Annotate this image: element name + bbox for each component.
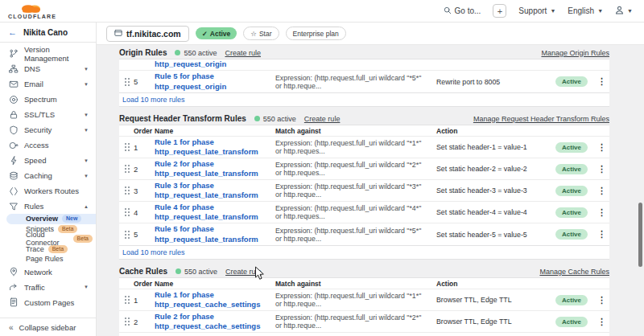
star-button[interactable]: ☆ Star xyxy=(243,27,279,40)
sidebar-item-access[interactable]: Access xyxy=(0,137,96,153)
rule-name-link[interactable]: Rule 5 for phasehttp_request_late_transf… xyxy=(155,224,275,244)
sidebar-item-label: Security xyxy=(24,125,52,134)
rule-name-link[interactable]: Rule 2 for phasehttp_request_late_transf… xyxy=(155,159,275,179)
drag-handle-icon[interactable] xyxy=(124,186,130,195)
rule-name-link[interactable]: Rule 1 for phasehttp_request_late_transf… xyxy=(155,137,275,158)
add-button[interactable]: + xyxy=(493,4,506,18)
chevron-up-icon: ▲ xyxy=(84,204,89,209)
table-header-row: OrderNameMatch againstAction xyxy=(119,278,609,289)
rule-name-link[interactable]: Rule 1 for phasehttp_request_cache_setti… xyxy=(155,290,275,310)
back-arrow-icon[interactable]: ← xyxy=(8,27,17,37)
table-row-partial xyxy=(119,333,609,336)
rule-name-link[interactable]: Rule 2 for phasehttp_request_cache_setti… xyxy=(155,312,275,332)
manage-rules-link[interactable]: Manage Cache Rules xyxy=(539,268,609,276)
plan-badge: Enterprise plan xyxy=(286,27,346,40)
sidebar-subitem-page-rules[interactable]: Page Rules xyxy=(6,254,96,264)
rule-name-link[interactable]: Rule 4 for phasehttp_request_late_transf… xyxy=(155,203,275,223)
row-menu-button[interactable]: ⋮ xyxy=(597,207,606,218)
column-header-action: Action xyxy=(436,280,555,288)
row-menu-button[interactable]: ⋮ xyxy=(597,164,606,174)
column-header-action: Action xyxy=(436,127,555,135)
sidebar-item-traffic[interactable]: Traffic▼ xyxy=(0,280,96,295)
chevron-down-icon: ▼ xyxy=(550,8,555,14)
collapse-sidebar-button[interactable]: « Collapse sidebar xyxy=(0,318,96,336)
top-bar: CLOUDFLARE Go to... + Support ▼ English … xyxy=(0,0,644,23)
drag-handle-icon[interactable] xyxy=(124,317,130,326)
sidebar-item-ssl-tls[interactable]: SSL/TLS▼ xyxy=(0,107,96,122)
sidebar-item-network[interactable]: Network xyxy=(0,264,96,280)
shield-icon xyxy=(9,125,19,135)
site-header: tf.nikitac.com ✓ Active ☆ Star Enterpris… xyxy=(97,23,644,45)
sidebar-item-version-management[interactable]: Version Management xyxy=(0,46,96,61)
drag-handle-icon[interactable] xyxy=(124,207,130,217)
drag-handle-icon[interactable] xyxy=(124,295,130,305)
table-row: 5Rule 5 for phasehttp_request_originExpr… xyxy=(119,71,609,92)
workers-icon xyxy=(9,186,19,196)
spectrum-icon xyxy=(9,95,19,104)
create-rule-link[interactable]: Create rule xyxy=(304,115,341,123)
rule-name-link[interactable]: Rule 3 for phasehttp_request_late_transf… xyxy=(155,181,275,201)
create-rule-link[interactable]: Create rule xyxy=(225,49,261,57)
sidebar-item-spectrum[interactable]: Spectrum xyxy=(0,92,96,107)
rule-action: Rewrite port to 8005 xyxy=(436,78,555,86)
sidebar-item-speed[interactable]: Speed▼ xyxy=(0,153,96,168)
rule-expression: Expression: (http.request.full_uri wildc… xyxy=(275,74,436,90)
chevron-down-icon: ▼ xyxy=(84,285,89,289)
active-count: 550 active xyxy=(175,49,217,57)
global-search[interactable]: Go to... xyxy=(444,6,481,16)
manage-rules-link[interactable]: Manage Origin Rules xyxy=(541,49,609,57)
sidebar-item-label: Traffic xyxy=(24,283,45,292)
sidebar-subitem-label: Trace xyxy=(26,245,44,253)
domain-selector[interactable]: tf.nikitac.com xyxy=(106,26,189,42)
active-dot-icon xyxy=(175,268,181,274)
create-rule-link[interactable]: Create rule xyxy=(225,268,262,276)
sidebar-item-custom-pages[interactable]: Custom Pages xyxy=(0,295,96,310)
email-icon xyxy=(9,80,19,89)
status-badge: Active xyxy=(555,164,588,174)
chevron-down-icon: ▼ xyxy=(84,174,89,178)
sidebar-item-label: Caching xyxy=(24,171,52,180)
language-menu[interactable]: English ▼ xyxy=(568,6,603,15)
sidebar-subitem-cloud-connector[interactable]: Cloud ConnectorBeta xyxy=(6,234,96,244)
sidebar-subitem-overview[interactable]: OverviewNew xyxy=(6,214,96,224)
vertical-scrollbar[interactable] xyxy=(638,203,642,267)
sidebar-subitem-trace[interactable]: TraceBeta xyxy=(6,244,96,255)
git-branch-icon xyxy=(9,49,19,59)
account-name: Nikita Cano xyxy=(23,28,68,37)
beta-badge: Beta xyxy=(73,235,93,243)
manage-rules-link[interactable]: Manage Request Header Transform Rules xyxy=(473,115,609,123)
section-head-origin-rules: Origin Rules550 activeCreate ruleManage … xyxy=(119,47,609,59)
dns-icon xyxy=(9,64,19,74)
load-more-rules-link[interactable]: Load 10 more rules xyxy=(119,93,609,107)
support-menu[interactable]: Support ▼ xyxy=(518,6,555,15)
sidebar-item-rules[interactable]: Rules▲ xyxy=(0,199,96,214)
chevron-down-icon: ▼ xyxy=(84,82,89,87)
rule-name-link[interactable]: Rule 5 for phasehttp_request_origin xyxy=(155,72,275,92)
chevron-down-icon: ▼ xyxy=(84,67,89,72)
drag-handle-icon[interactable] xyxy=(124,230,130,240)
row-menu-button[interactable]: ⋮ xyxy=(597,229,606,240)
user-menu[interactable]: ▼ xyxy=(615,6,633,16)
row-menu-button[interactable]: ⋮ xyxy=(597,76,606,87)
rule-name-link[interactable]: http_request_origin xyxy=(155,59,275,69)
section-head-request-header-transform-rules: Request Header Transform Rules550 active… xyxy=(119,113,609,125)
drag-handle-icon[interactable] xyxy=(124,164,130,174)
column-header-order: Order xyxy=(134,280,155,288)
sidebar-item-caching[interactable]: Caching▼ xyxy=(0,168,96,183)
load-more-rules-link[interactable]: Load 10 more rules xyxy=(119,246,609,260)
row-menu-button[interactable]: ⋮ xyxy=(597,317,606,327)
row-menu-button[interactable]: ⋮ xyxy=(597,295,606,305)
row-menu-button[interactable]: ⋮ xyxy=(597,186,606,196)
sidebar-item-dns[interactable]: DNS▼ xyxy=(0,61,96,76)
sidebar-item-security[interactable]: Security▼ xyxy=(0,122,96,137)
sidebar-item-email[interactable]: Email▼ xyxy=(0,76,96,92)
table-row: 4Rule 4 for phasehttp_request_late_trans… xyxy=(119,202,609,223)
access-icon xyxy=(9,141,19,150)
row-menu-button[interactable]: ⋮ xyxy=(597,142,606,153)
drag-handle-icon[interactable] xyxy=(124,77,130,87)
rule-action: Browser TTL, Edge TTL xyxy=(436,296,555,304)
cloudflare-logo[interactable]: CLOUDFLARE xyxy=(8,2,56,19)
sidebar-item-workers-routes[interactable]: Workers Routes xyxy=(0,183,96,199)
drag-handle-icon[interactable] xyxy=(124,142,130,152)
table-row: 5Rule 5 for phasehttp_request_late_trans… xyxy=(119,223,609,245)
